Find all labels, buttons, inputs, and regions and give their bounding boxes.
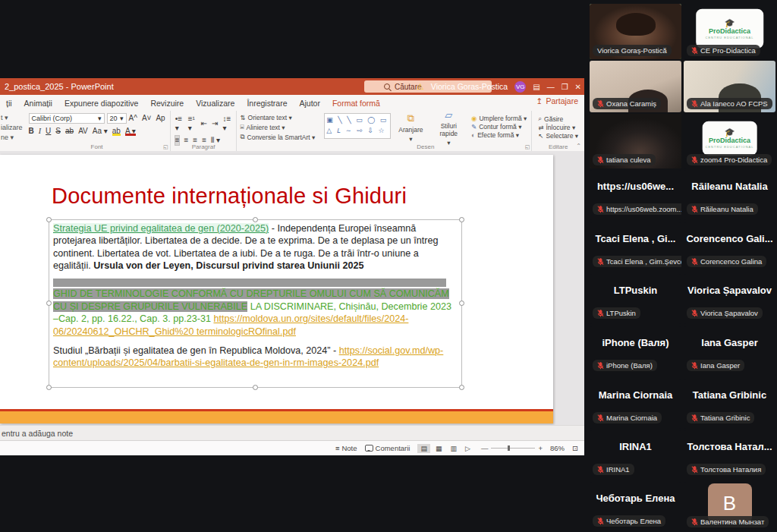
participant-tile[interactable]: iPhone (Валя)iPhone (Валя) (590, 326, 681, 376)
ribbon-icon[interactable]: I (39, 127, 41, 136)
ribbon-icon[interactable]: ↕≡ ▾ (222, 115, 231, 133)
shape-effects-button[interactable]: ◐Efecte formă ▾ (471, 131, 527, 139)
zoom-slider[interactable]: — + (481, 444, 543, 452)
participant-tile[interactable]: Чеботарь ЕленаЧеботарь Елена (590, 482, 681, 530)
participant-tile[interactable]: Oxana Caramiș (590, 61, 681, 112)
participant-tile[interactable]: Iana GasperIana Gasper (684, 326, 775, 376)
account-user-name[interactable]: Viorica Goras-Postica (431, 82, 508, 91)
participant-tile[interactable]: Толстова Натал...Толстова Наталия (684, 430, 775, 480)
selection-handle[interactable] (459, 301, 464, 306)
close-button[interactable]: ✕ (575, 83, 581, 91)
ribbon-icon[interactable]: A˅ (142, 114, 152, 123)
zoom-out-button[interactable]: — (481, 444, 489, 452)
ribbon-icon[interactable]: AV (78, 127, 88, 136)
selection-handle[interactable] (46, 217, 52, 222)
selection-handle[interactable] (46, 301, 52, 306)
share-button[interactable]: ↥ Partajare (536, 96, 578, 105)
participant-name-label: Marina Ciornaia (593, 412, 662, 423)
ribbon-icon[interactable]: Ap (156, 114, 165, 123)
font-name-combobox[interactable]: Calibri (Corp)▾ (29, 113, 105, 124)
arrange-button[interactable]: ⧉ Aranjare▾ (395, 113, 426, 142)
slide[interactable]: Documente internaționale si Ghiduri Stra… (0, 155, 553, 423)
shapes-gallery[interactable]: ▣ ╲ ╲ ▭ ◯ ▭ △ 𝘓 ～ ⇨ ⇩ ☆ (324, 113, 391, 139)
ribbon-icon[interactable]: Aa ▾ (93, 127, 108, 136)
ribbon-icon[interactable]: A^ (129, 114, 137, 123)
participant-tile[interactable]: Corencenco Gali...Corencenco Galina (684, 222, 775, 272)
view-mode-button[interactable]: ▷ (462, 444, 473, 453)
participant-tile[interactable]: Viorica Goraș-Postică (590, 4, 681, 59)
ribbon-tab[interactable]: Vizualizare (190, 99, 241, 108)
ribbon-tab[interactable]: Înregistrare (241, 99, 293, 108)
shapes-row: △ 𝘓 ～ ⇨ ⇩ ☆ (326, 126, 388, 136)
notes-pane[interactable]: entru a adăuga note (0, 425, 584, 440)
ribbon-icon[interactable]: A ▾ (125, 127, 136, 136)
participant-logo-card: 🎓ProDidacticaCENTRU EDUCATIONAL (696, 9, 764, 49)
ribbon-icon[interactable]: ab (112, 127, 121, 136)
hyperlink[interactable]: Strategia UE privind egalitatea de gen (… (53, 223, 269, 234)
ribbon-icon[interactable]: U (46, 127, 51, 136)
participant-tile[interactable]: 🎓ProDidacticaCENTRU EDUCATIONALzoom4 Pro… (684, 114, 775, 168)
selection-handle[interactable] (253, 217, 258, 222)
fit-to-window-icon[interactable]: ⊡ (572, 444, 578, 452)
ribbon-tab-active[interactable]: Format formă (326, 99, 386, 108)
ribbon-icon[interactable]: ≡¹ ▾ (188, 115, 197, 133)
view-mode-button[interactable]: ▥ (448, 444, 461, 453)
zoom-in-button[interactable]: + (538, 444, 543, 452)
participant-tile[interactable]: IRINA1IRINA1 (590, 430, 681, 480)
comments-toggle-button[interactable]: Comentarii (365, 444, 411, 452)
view-mode-button[interactable]: ▤ (417, 444, 430, 453)
collapse-ribbon-icon[interactable]: ⌃ (576, 143, 581, 150)
selection-handle[interactable] (459, 217, 464, 222)
participant-tile[interactable]: https://us06we...https://us06web.zoom...… (590, 170, 681, 220)
quick-styles-button[interactable]: ▱ Stiluri rapide▾ (431, 113, 467, 142)
smartart-button[interactable]: ⧉Conversie la SmartArt ▾ (240, 133, 315, 141)
ribbon-tab[interactable]: ții (0, 99, 18, 108)
participant-tile[interactable]: LTPuskinLTPuskin (590, 274, 681, 324)
ribbon-tab[interactable]: Ajutor (293, 99, 326, 108)
participant-tile[interactable]: Viorica ȘapavalovViorica Șapavalov (684, 274, 775, 324)
zoom-slider-thumb[interactable] (508, 445, 510, 451)
dialog-launcher-icon[interactable]: ◱ (525, 144, 530, 150)
participant-tile[interactable]: Tcaci Elena , Gi...Tcaci Elena , Gim.Șev… (590, 222, 681, 272)
participant-tile[interactable]: Tatiana GribinicTatiana Gribinic (684, 379, 775, 429)
ribbon-display-icon[interactable]: ▤ (533, 83, 539, 91)
muted-mic-icon (597, 100, 604, 108)
participant-tile[interactable]: Marina CiornaiaMarina Ciornaia (590, 379, 681, 429)
replace-button[interactable]: ⇄Înlocuire ▾ (538, 124, 578, 131)
slide-title[interactable]: Documente internaționale si Ghiduri (52, 184, 407, 209)
notes-toggle-button[interactable]: ≡Note (335, 444, 357, 452)
aliniere-text-button[interactable]: ⌸Aliniere text ▾ (240, 123, 315, 131)
slide-body-text[interactable]: Strategia UE privind egalitatea de gen (… (53, 222, 458, 376)
font-size-combobox[interactable]: 20▾ (107, 113, 127, 124)
participant-tile[interactable]: BВалентина Мынзат (684, 482, 775, 530)
zoom-level[interactable]: 86% (550, 444, 565, 452)
select-button[interactable]: ↖Selectare ▾ (538, 132, 578, 140)
selection-handle[interactable] (46, 385, 52, 390)
ribbon-icon[interactable]: B (29, 127, 34, 136)
participant-tile[interactable]: Răileanu NataliaRăileanu Natalia (684, 170, 775, 220)
participant-tile[interactable]: 🎓ProDidacticaCENTRU EDUCATIONALCE Pro-Di… (684, 4, 775, 59)
prodidactica-logo: ProDidactica (709, 27, 750, 34)
view-mode-button[interactable]: ▦ (433, 444, 445, 453)
participant-tile[interactable]: Ala Ianeco AO FCPS (684, 61, 775, 112)
restore-button[interactable]: ❐ (562, 83, 568, 91)
dialog-launcher-icon[interactable]: ◱ (163, 144, 168, 150)
ribbon-icon[interactable]: ab (65, 127, 74, 136)
ribbon-tab[interactable]: Animații (18, 99, 58, 108)
ribbon-icon[interactable]: •≡ ▾ (175, 115, 184, 133)
participant-tile[interactable]: tatiana culeva (590, 114, 681, 168)
ribbon-icon[interactable]: ⇥ (212, 119, 218, 128)
shape-fill-button[interactable]: ◉Umplere formă ▾ (471, 115, 527, 122)
selection-handle[interactable] (253, 385, 258, 390)
ribbon-icon[interactable]: S (55, 127, 61, 136)
ribbon-tab[interactable]: Revizuire (144, 99, 190, 108)
selection-handle[interactable] (459, 385, 464, 390)
ribbon-tab[interactable]: Expunere diapozitive (58, 99, 144, 108)
prodidactica-logo: ProDidactica (709, 137, 750, 144)
ribbon-icon[interactable]: ⇤ (201, 119, 207, 128)
find-button[interactable]: ⌕Găsire (538, 115, 578, 123)
minimize-button[interactable]: — (547, 83, 555, 91)
orientare-text-button[interactable]: ⇅Orientare text ▾ (240, 114, 315, 121)
shape-outline-button[interactable]: ✎Contur formă ▾ (471, 123, 527, 131)
avatar[interactable]: VG (514, 81, 526, 93)
